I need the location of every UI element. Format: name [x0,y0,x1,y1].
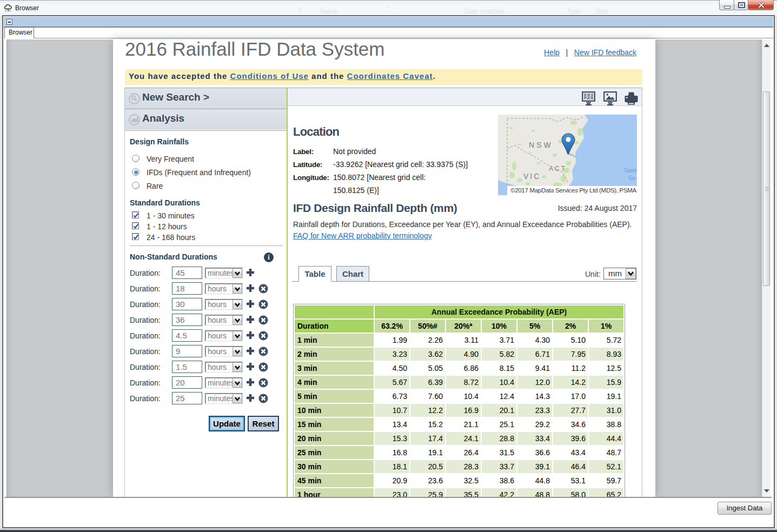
svg-text:NSW: NSW [529,141,553,149]
svg-text:Se: Se [628,175,635,181]
svg-text:Tasm: Tasm [623,167,637,174]
svg-text:©2017 MapData Services Pty Ltd: ©2017 MapData Services Pty Ltd (MDS), PS… [510,187,637,194]
svg-text:ACT: ACT [549,165,567,172]
svg-text:VIC: VIC [523,172,541,181]
